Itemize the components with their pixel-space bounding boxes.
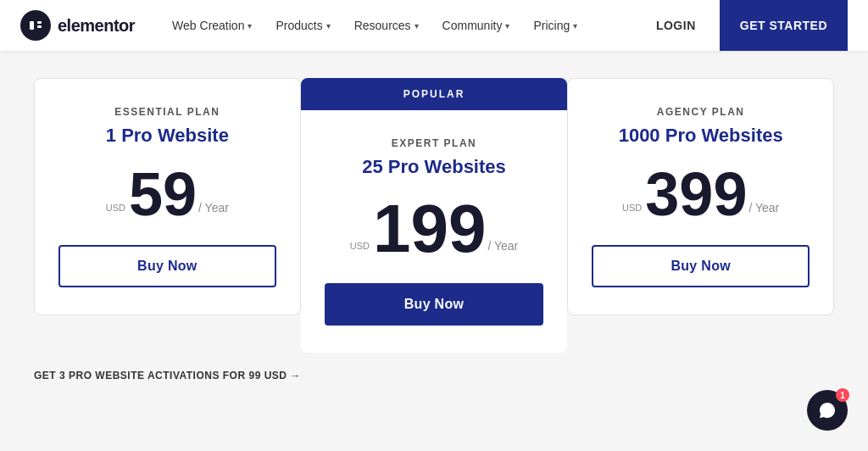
logo-text: elementor <box>58 16 135 36</box>
essential-plan-name: ESSENTIAL PLAN <box>106 106 229 118</box>
logo[interactable]: elementor <box>20 10 135 41</box>
nav-item-products[interactable]: Products ▾ <box>265 12 340 39</box>
essential-price: 59 <box>129 164 197 225</box>
essential-buy-button[interactable]: Buy Now <box>58 245 276 287</box>
svg-rect-1 <box>37 21 42 24</box>
expert-price-row: USD 199 / Year <box>350 195 519 263</box>
main-content: ESSENTIAL PLAN 1 Pro Website USD 59 / Ye… <box>0 51 868 403</box>
agency-plan-name: AGENCY PLAN <box>619 106 783 118</box>
chevron-down-icon: ▾ <box>573 21 577 31</box>
essential-plan-card: ESSENTIAL PLAN 1 Pro Website USD 59 / Ye… <box>34 78 301 315</box>
essential-plan-header: ESSENTIAL PLAN 1 Pro Website <box>106 106 229 164</box>
chevron-down-icon: ▾ <box>415 21 419 31</box>
agency-price-row: USD 399 / Year <box>622 164 779 225</box>
agency-card-body: AGENCY PLAN 1000 Pro Websites USD 399 / … <box>567 78 834 315</box>
nav-item-web-creation[interactable]: Web Creation ▾ <box>162 12 262 39</box>
chat-icon <box>818 401 837 420</box>
popular-badge: POPULAR <box>301 78 568 110</box>
expert-currency: USD <box>350 241 370 251</box>
chevron-down-icon: ▾ <box>326 21 331 31</box>
essential-card-content: ESSENTIAL PLAN 1 Pro Website USD 59 / Ye… <box>35 79 300 315</box>
pricing-cards: ESSENTIAL PLAN 1 Pro Website USD 59 / Ye… <box>34 78 834 353</box>
agency-plan-subtitle: 1000 Pro Websites <box>619 125 783 147</box>
chevron-down-icon: ▾ <box>505 21 509 31</box>
expert-plan-subtitle: 25 Pro Websites <box>362 156 506 178</box>
chat-badge: 1 <box>836 388 849 402</box>
expert-plan-card: POPULAR EXPERT PLAN 25 Pro Websites USD … <box>301 78 568 353</box>
chevron-down-icon: ▾ <box>248 21 252 31</box>
promo-link[interactable]: GET 3 PRO WEBSITE ACTIVATIONS FOR 99 USD… <box>34 370 301 381</box>
nav-item-community[interactable]: Community ▾ <box>432 12 520 39</box>
get-started-button[interactable]: GET STARTED <box>720 0 848 51</box>
essential-period: / Year <box>198 201 229 214</box>
essential-plan-subtitle: 1 Pro Website <box>106 125 229 147</box>
navbar-right: LOGIN GET STARTED <box>643 0 848 51</box>
expert-plan-header: EXPERT PLAN 25 Pro Websites <box>362 137 506 195</box>
agency-card-content: AGENCY PLAN 1000 Pro Websites USD 399 / … <box>568 79 833 315</box>
svg-rect-2 <box>37 25 42 28</box>
agency-plan-header: AGENCY PLAN 1000 Pro Websites <box>619 106 783 164</box>
nav-item-pricing[interactable]: Pricing ▾ <box>523 12 587 39</box>
chat-button[interactable]: 1 <box>807 390 848 431</box>
nav-item-resources[interactable]: Resources ▾ <box>344 12 429 39</box>
essential-card-body: ESSENTIAL PLAN 1 Pro Website USD 59 / Ye… <box>34 78 301 315</box>
agency-buy-button[interactable]: Buy Now <box>592 245 810 287</box>
svg-rect-0 <box>30 21 34 30</box>
logo-icon <box>20 10 51 41</box>
navbar-nav: Web Creation ▾ Products ▾ Resources ▾ Co… <box>162 12 643 39</box>
expert-card-body: EXPERT PLAN 25 Pro Websites USD 199 / Ye… <box>301 110 568 353</box>
essential-currency: USD <box>106 203 125 213</box>
expert-card-content: EXPERT PLAN 25 Pro Websites USD 199 / Ye… <box>301 110 568 353</box>
essential-price-row: USD 59 / Year <box>106 164 229 225</box>
expert-buy-button[interactable]: Buy Now <box>325 283 544 326</box>
expert-period: / Year <box>487 239 518 253</box>
agency-price: 399 <box>645 164 747 225</box>
expert-plan-name: EXPERT PLAN <box>362 137 506 149</box>
navbar: elementor Web Creation ▾ Products ▾ Reso… <box>0 0 868 51</box>
login-button[interactable]: LOGIN <box>643 12 709 39</box>
agency-currency: USD <box>622 203 642 213</box>
expert-price: 199 <box>373 195 486 263</box>
agency-period: / Year <box>748 201 779 214</box>
agency-plan-card: AGENCY PLAN 1000 Pro Websites USD 399 / … <box>567 78 834 315</box>
